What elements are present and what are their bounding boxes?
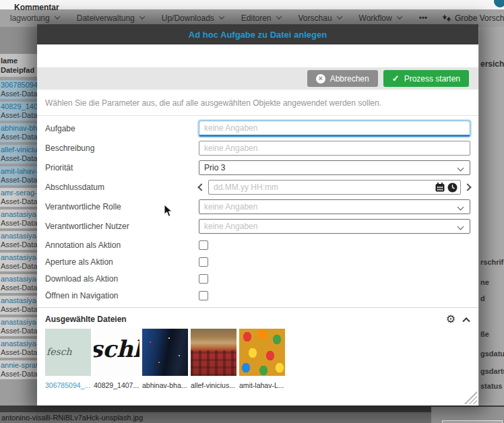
file-name: annie-sprat — [1, 361, 37, 370]
selected-file[interactable]: abhinav-bha... — [142, 329, 188, 389]
list-item[interactable]: anastasiya- Asset-Data — [0, 231, 37, 250]
file-path: Asset-Data — [1, 219, 37, 228]
menu-item-label: Vorschau — [298, 13, 332, 23]
responsible-user-placeholder: keine Angaben — [204, 222, 257, 231]
metadata-field-labels: rschrift ne d ße gsdatu gsdartu status — [479, 27, 504, 423]
cancel-button[interactable]: × Abbrechen — [307, 70, 378, 87]
chevron-down-icon — [458, 224, 464, 230]
file-thumbnail[interactable] — [142, 329, 188, 376]
chevron-down-icon — [458, 204, 464, 211]
file-path: Asset-Data — [1, 240, 37, 249]
file-thumbnail[interactable] — [239, 329, 285, 376]
chevron-down-icon — [139, 13, 145, 19]
responsible-user-select[interactable]: keine Angaben — [199, 219, 470, 234]
list-item[interactable]: anastasiya- Asset-Data — [0, 317, 37, 336]
duedate-input[interactable] — [208, 180, 461, 195]
checkbox-row: Öffnen in Navigation — [45, 290, 470, 300]
priority-value: Prio 3 — [204, 163, 225, 172]
file-name: anastasiya- — [1, 232, 37, 240]
modal-header: Ad hoc Aufgabe zu Datei anlegen — [37, 24, 478, 44]
list-item[interactable]: amr-serag- Asset-Data — [0, 188, 37, 207]
file-name: anastasiya- — [1, 210, 37, 219]
chevron-down-icon — [336, 13, 342, 19]
list-item[interactable]: allef-viniciu Asset-Data — [0, 145, 37, 164]
modal-intro-text: Wählen Sie die Parameter aus, die auf al… — [37, 90, 478, 116]
comment-label: Kommentar — [14, 3, 59, 12]
file-path: Asset-Data — [1, 154, 37, 163]
action-checkboxes: Annotation als Aktion Aperture als Aktio… — [37, 238, 478, 300]
file-path: Asset-Data — [1, 348, 37, 357]
file-path: Asset-Data — [1, 90, 37, 98]
task-label: Aufgabe — [45, 124, 199, 133]
file-name: allef-viniciu — [1, 145, 37, 154]
checkbox[interactable] — [199, 257, 208, 267]
file-name-label[interactable]: abhinav-bha... — [142, 381, 188, 389]
chevron-down-icon — [276, 13, 281, 19]
file-path: Asset-Data — [1, 197, 37, 206]
collapse-arrows-icon — [442, 13, 451, 23]
file-thumbnail[interactable]: fesch — [45, 329, 91, 376]
responsible-role-select[interactable]: keine Angaben — [199, 199, 470, 214]
list-item[interactable]: 40829_140 Asset-Data — [0, 102, 37, 121]
file-path: Asset-Data — [1, 370, 37, 379]
list-item[interactable]: anastasiya- Asset-Data — [0, 339, 37, 358]
chevron-up-icon[interactable] — [462, 317, 470, 325]
start-process-button[interactable]: ✓ Prozess starten — [383, 70, 469, 87]
comment-input[interactable] — [442, 420, 503, 423]
file-name: anastasiya- — [1, 318, 37, 327]
priority-select[interactable]: Prio 3 — [199, 160, 470, 175]
menu-item-label: Editoren — [241, 13, 272, 23]
checkbox-row: Aperture als Aktion — [45, 257, 470, 267]
list-item[interactable]: anastasiya- Asset-Data — [0, 296, 37, 315]
responsible-role-label: Verantwortliche Rolle — [45, 202, 199, 212]
menu-item-label: ••• — [419, 13, 428, 23]
list-item[interactable]: abhinav-bh Asset-Data — [0, 123, 37, 142]
column-header-path[interactable]: Dateipfad — [1, 65, 37, 75]
preview-toggle-label: Grobe Vorscha — [455, 13, 504, 23]
selected-file[interactable]: schbg 40829_1407... — [94, 329, 139, 389]
field-label-fragment: ße — [480, 330, 489, 338]
file-list-rows: 306785094 Asset-Data 40829_140 Asset-Dat… — [0, 77, 37, 379]
selected-file[interactable]: fesch 306785094_... — [45, 329, 91, 389]
checkbox-row: Download als Aktion — [45, 273, 470, 284]
calendar-icon[interactable] — [435, 182, 445, 193]
list-item[interactable]: anastasiya- Asset-Data — [0, 209, 37, 228]
modal-button-bar: × Abbrechen ✓ Prozess starten — [37, 67, 478, 90]
file-thumbnail[interactable]: schbg — [94, 329, 139, 376]
list-item[interactable]: anastasiya- Asset-Data — [0, 274, 37, 293]
list-item[interactable]: anastasiya- Asset-Data — [0, 253, 37, 271]
gear-icon[interactable]: ⚙ — [446, 314, 455, 325]
file-thumbnail[interactable] — [191, 329, 237, 376]
clock-icon[interactable] — [447, 183, 458, 193]
modal-resize-handle[interactable] — [464, 391, 477, 404]
task-input[interactable] — [199, 121, 470, 137]
date-prev-icon[interactable] — [197, 183, 205, 191]
checkbox[interactable] — [199, 274, 208, 284]
checkbox[interactable] — [199, 240, 208, 250]
list-item[interactable]: annie-sprat Asset-Data — [0, 360, 37, 379]
list-item[interactable]: 306785094 Asset-Data — [0, 80, 37, 99]
file-name-label[interactable]: allef-vinicius... — [191, 381, 237, 389]
checkbox-label: Annotation als Aktion — [45, 240, 199, 250]
file-name-label[interactable]: 40829_1407... — [94, 381, 139, 389]
selected-file[interactable]: amit-lahav-L... — [239, 329, 285, 389]
selected-files-section: Ausgewählte Dateien ⚙ fesch 306785094_..… — [37, 307, 478, 389]
checkbox-label: Aperture als Aktion — [45, 257, 199, 267]
column-header-name[interactable]: lame — [1, 56, 37, 65]
file-row-partial[interactable]: antonino-visalli-RNiBLv7aHck-unsplash.jp… — [0, 412, 504, 423]
checkbox[interactable] — [199, 291, 208, 300]
field-label-fragment: status — [480, 382, 502, 390]
file-path: Asset-Data — [1, 133, 37, 141]
selected-file[interactable]: allef-vinicius... — [191, 329, 237, 389]
responsible-user-label: Verantwortlicher Nutzer — [45, 222, 199, 231]
file-name: anastasiya- — [1, 275, 37, 284]
thumbnail-art-text: schbg — [94, 335, 139, 362]
description-input[interactable] — [199, 141, 470, 156]
file-path: Asset-Data — [1, 262, 37, 271]
date-next-icon[interactable] — [464, 183, 471, 191]
priority-label: Priorität — [45, 163, 199, 172]
file-name-label[interactable]: 306785094_... — [45, 381, 91, 389]
description-label: Beschreibung — [45, 143, 199, 153]
file-name-label[interactable]: amit-lahav-L... — [239, 381, 285, 389]
list-item[interactable]: amit-lahav- Asset-Data — [0, 166, 37, 185]
